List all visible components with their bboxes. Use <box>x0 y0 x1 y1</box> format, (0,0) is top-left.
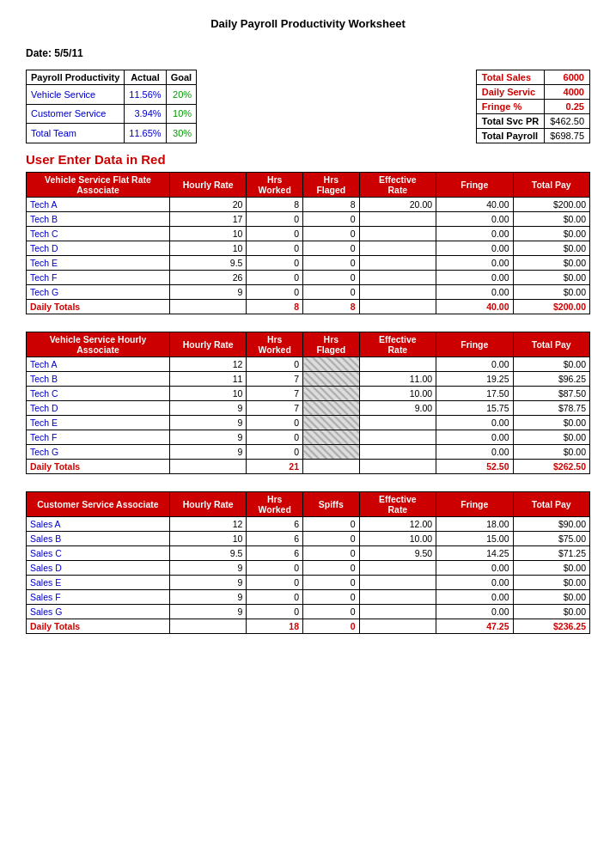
flat-flaged-6: 0 <box>303 285 360 300</box>
cust-totals-worked: 18 <box>247 619 303 634</box>
cust-col-6: Fringe <box>436 492 513 517</box>
cust-totals-spiffs: 0 <box>303 619 360 634</box>
flat-col-2: Hourly Rate <box>169 173 246 198</box>
hourly-effrate-3: 9.00 <box>359 401 436 416</box>
flat-hourly-4: 9.5 <box>169 256 246 271</box>
flat-col-3: HrsWorked <box>247 173 303 198</box>
flat-col-4: HrsFlaged <box>303 173 360 198</box>
hourly-fringe-4: 0.00 <box>436 416 513 430</box>
productivity-table: Payroll Productivity Actual Goal Vehicle… <box>26 70 197 143</box>
hourly-row: Tech E 9 0 0.00 $0.00 <box>27 416 590 430</box>
hourly-flaged-5 <box>303 430 360 445</box>
cust-effrate-2: 9.50 <box>359 546 436 561</box>
hourly-fringe-3: 15.75 <box>436 401 513 416</box>
hourly-row: Tech G 9 0 0.00 $0.00 <box>27 445 590 460</box>
prod-actual-3: 11.65% <box>125 124 166 143</box>
stat-label-4: Total Svc PR <box>476 114 544 129</box>
cust-col-2: Hourly Rate <box>169 492 246 517</box>
cust-fringe-4: 0.00 <box>436 576 513 590</box>
stat-label-1: Total Sales <box>476 70 544 85</box>
productivity-row-2: Customer Service 3.94% 10% <box>27 104 197 124</box>
cust-name-5: Sales F <box>27 590 170 605</box>
flat-flaged-4: 0 <box>303 256 360 271</box>
flat-totals-pay: $200.00 <box>513 300 589 314</box>
flat-fringe-5: 0.00 <box>436 271 513 285</box>
hourly-name-5: Tech F <box>27 430 170 445</box>
customer-row: Sales F 9 0 0 0.00 $0.00 <box>27 590 590 605</box>
hourly-name-0: Tech A <box>27 357 170 372</box>
flat-name-2: Tech C <box>27 227 170 241</box>
hourly-totals-rate <box>169 460 246 474</box>
prod-label-1: Vehicle Service <box>27 85 125 105</box>
customer-row: Sales D 9 0 0 0.00 $0.00 <box>27 561 590 576</box>
hourly-row: Tech D 9 7 9.00 15.75 $78.75 <box>27 401 590 416</box>
flat-effrate-4 <box>359 256 436 271</box>
stat-row-3: Fringe % 0.25 <box>476 100 589 114</box>
hourly-rate-1: 11 <box>169 372 246 387</box>
stat-label-3: Fringe % <box>476 100 544 114</box>
cust-totals-pay: $236.25 <box>513 619 589 634</box>
cust-totalpay-2: $71.25 <box>513 546 589 561</box>
flat-rate-row: Tech B 17 0 0 0.00 $0.00 <box>27 212 590 227</box>
cust-totals-effrate <box>359 619 436 634</box>
cust-spiffs-0: 0 <box>303 517 360 532</box>
flat-hourly-2: 10 <box>169 227 246 241</box>
cust-effrate-4 <box>359 576 436 590</box>
flat-rate-row: Tech C 10 0 0 0.00 $0.00 <box>27 227 590 241</box>
cust-rate-4: 9 <box>169 576 246 590</box>
hourly-rate-4: 9 <box>169 416 246 430</box>
flat-totals-fringe: 40.00 <box>436 300 513 314</box>
flat-rate-row: Tech E 9.5 0 0 0.00 $0.00 <box>27 256 590 271</box>
cust-name-4: Sales E <box>27 576 170 590</box>
hourly-worked-0: 0 <box>247 357 303 372</box>
flat-effrate-5 <box>359 271 436 285</box>
cust-fringe-0: 18.00 <box>436 517 513 532</box>
prod-label-3: Total Team <box>27 124 125 143</box>
hourly-flaged-2 <box>303 387 360 401</box>
hourly-flaged-6 <box>303 445 360 460</box>
cust-rate-3: 9 <box>169 561 246 576</box>
cust-totalpay-4: $0.00 <box>513 576 589 590</box>
flat-flaged-0: 8 <box>303 198 360 212</box>
flat-rate-row: Tech A 20 8 8 20.00 40.00 $200.00 <box>27 198 590 212</box>
right-stats-table: Total Sales 6000 Daily Servic 4000 Fring… <box>476 70 590 143</box>
hourly-col-2: Hourly Rate <box>169 332 246 357</box>
stat-row-4: Total Svc PR $462.50 <box>476 114 589 129</box>
flat-rate-row: Tech G 9 0 0 0.00 $0.00 <box>27 285 590 300</box>
flat-flaged-1: 0 <box>303 212 360 227</box>
customer-row: Sales E 9 0 0 0.00 $0.00 <box>27 576 590 590</box>
flat-worked-4: 0 <box>247 256 303 271</box>
customer-row: Sales C 9.5 6 0 9.50 14.25 $71.25 <box>27 546 590 561</box>
hourly-row: Tech B 11 7 11.00 19.25 $96.25 <box>27 372 590 387</box>
hourly-totals-label: Daily Totals <box>27 460 170 474</box>
page-title: Daily Payroll Productivity Worksheet <box>26 17 590 30</box>
flat-totals-flaged: 8 <box>303 300 360 314</box>
hourly-totalpay-6: $0.00 <box>513 445 589 460</box>
hourly-col-4: HrsFlaged <box>303 332 360 357</box>
cust-spiffs-1: 0 <box>303 532 360 546</box>
flat-rate-table: Vehicle Service Flat Rate Associate Hour… <box>26 172 590 314</box>
cust-name-1: Sales B <box>27 532 170 546</box>
hourly-col-6: Fringe <box>436 332 513 357</box>
cust-totalpay-1: $75.00 <box>513 532 589 546</box>
cust-col-5: EffectiveRate <box>359 492 436 517</box>
flat-effrate-2 <box>359 227 436 241</box>
flat-name-5: Tech F <box>27 271 170 285</box>
hourly-col-7: Total Pay <box>513 332 589 357</box>
cust-spiffs-6: 0 <box>303 605 360 619</box>
flat-totalpay-2: $0.00 <box>513 227 589 241</box>
flat-name-4: Tech E <box>27 256 170 271</box>
cust-fringe-5: 0.00 <box>436 590 513 605</box>
cust-totalpay-3: $0.00 <box>513 561 589 576</box>
cust-rate-2: 9.5 <box>169 546 246 561</box>
prod-goal-3: 30% <box>166 124 196 143</box>
prod-label-2: Customer Service <box>27 104 125 124</box>
hourly-effrate-4 <box>359 416 436 430</box>
flat-worked-3: 0 <box>247 241 303 256</box>
cust-effrate-5 <box>359 590 436 605</box>
flat-flaged-3: 0 <box>303 241 360 256</box>
cust-col-1: Customer Service Associate <box>27 492 170 517</box>
hourly-totals-worked: 21 <box>247 460 303 474</box>
hourly-table: Vehicle Service Hourly Associate Hourly … <box>26 332 590 474</box>
cust-worked-4: 0 <box>247 576 303 590</box>
